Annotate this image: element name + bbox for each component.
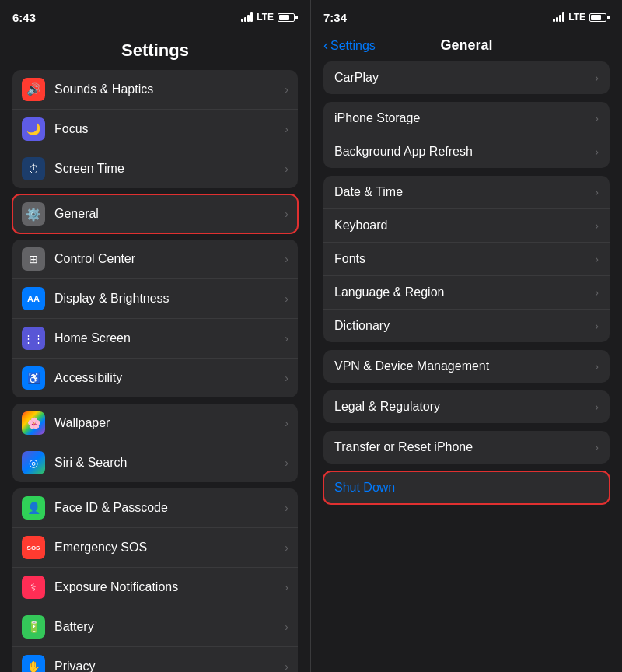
right-item-carplay[interactable]: CarPlay › <box>323 61 610 94</box>
right-item-background-refresh[interactable]: Background App Refresh › <box>323 135 610 168</box>
right-status-bar: 7:34 LTE <box>311 0 622 34</box>
exposure-icon: ⚕ <box>22 576 45 599</box>
siri-label: Siri & Search <box>54 456 285 470</box>
right-item-language-region[interactable]: Language & Region › <box>323 276 610 310</box>
left-status-icons: LTE <box>241 12 298 23</box>
settings-item-privacy[interactable]: ✋ Privacy › <box>12 647 298 672</box>
chevron-icon: › <box>595 320 599 332</box>
chevron-icon: › <box>285 292 288 305</box>
general-label: General <box>54 207 285 221</box>
right-group-transfer: Transfer or Reset iPhone › <box>323 431 610 464</box>
chevron-icon: › <box>285 163 288 175</box>
chevron-icon: › <box>285 660 288 672</box>
chevron-icon: › <box>595 219 599 232</box>
right-item-fonts[interactable]: Fonts › <box>323 243 610 276</box>
exposure-label: Exposure Notifications <box>54 580 285 594</box>
chevron-icon: › <box>285 208 288 220</box>
settings-item-display[interactable]: AA Display & Brightness › <box>12 279 298 319</box>
right-item-date-time[interactable]: Date & Time › <box>323 176 610 209</box>
iphone-storage-label: iPhone Storage <box>334 111 595 125</box>
siri-icon: ◎ <box>22 451 45 474</box>
screentime-label: Screen Time <box>54 162 285 176</box>
signal-icon <box>241 12 253 22</box>
display-icon: AA <box>22 287 45 310</box>
wallpaper-label: Wallpaper <box>54 416 285 430</box>
background-refresh-label: Background App Refresh <box>334 145 595 159</box>
chevron-icon: › <box>595 112 599 124</box>
settings-item-focus[interactable]: 🌙 Focus › <box>12 110 298 149</box>
accessibility-icon: ♿ <box>22 366 45 390</box>
chevron-icon: › <box>285 502 288 514</box>
right-item-vpn[interactable]: VPN & Device Management › <box>323 350 610 383</box>
settings-item-homescreen[interactable]: ⋮⋮ Home Screen › <box>12 319 298 359</box>
keyboard-label: Keyboard <box>334 219 595 233</box>
focus-icon: 🌙 <box>22 117 45 141</box>
battery-label: Battery <box>54 620 285 634</box>
chevron-icon: › <box>595 253 599 265</box>
chevron-icon: › <box>285 457 288 469</box>
faceid-label: Face ID & Passcode <box>54 501 285 515</box>
right-group-vpn: VPN & Device Management › <box>323 350 610 383</box>
settings-item-controlcenter[interactable]: ⊞ Control Center › <box>12 240 298 279</box>
homescreen-label: Home Screen <box>54 331 285 345</box>
settings-group-general: ⚙️ General › <box>12 194 298 233</box>
settings-item-sos[interactable]: SOS Emergency SOS › <box>12 528 298 568</box>
chevron-icon: › <box>285 83 288 96</box>
right-item-legal[interactable]: Legal & Regulatory › <box>323 390 610 423</box>
homescreen-icon: ⋮⋮ <box>22 327 45 350</box>
controlcenter-label: Control Center <box>54 252 285 266</box>
back-button[interactable]: ‹ Settings <box>323 37 376 54</box>
settings-item-battery[interactable]: 🔋 Battery › <box>12 607 298 647</box>
right-item-keyboard[interactable]: Keyboard › <box>323 209 610 243</box>
right-item-shutdown[interactable]: Shut Down <box>323 471 610 504</box>
settings-group-3: 🌸 Wallpaper › ◎ Siri & Search › <box>12 404 298 482</box>
chevron-icon: › <box>595 360 599 373</box>
settings-item-accessibility[interactable]: ♿ Accessibility › <box>12 359 298 397</box>
screentime-icon: ⏱ <box>22 157 45 180</box>
wallpaper-icon: 🌸 <box>22 411 45 435</box>
left-panel: 6:43 LTE Settings 🔊 Sounds & Haptics <box>0 0 311 672</box>
chevron-icon: › <box>285 332 288 345</box>
settings-list: 🔊 Sounds & Haptics › 🌙 Focus › ⏱ Screen … <box>0 70 310 672</box>
right-time: 7:34 <box>323 11 347 24</box>
left-status-bar: 6:43 LTE <box>0 0 310 34</box>
accessibility-label: Accessibility <box>54 371 285 385</box>
chevron-icon: › <box>285 621 288 633</box>
faceid-icon: 👤 <box>22 496 45 520</box>
settings-item-general[interactable]: ⚙️ General › <box>12 194 298 233</box>
right-item-iphone-storage[interactable]: iPhone Storage › <box>323 102 610 135</box>
settings-item-siri[interactable]: ◎ Siri & Search › <box>12 443 298 482</box>
chevron-icon: › <box>285 372 288 384</box>
battery-icon <box>589 13 610 22</box>
sos-icon: SOS <box>22 536 45 559</box>
settings-item-exposure[interactable]: ⚕ Exposure Notifications › <box>12 568 298 607</box>
sos-label: Emergency SOS <box>54 541 285 555</box>
right-panel-title: General <box>440 37 492 54</box>
privacy-icon: ✋ <box>22 655 45 672</box>
right-item-dictionary[interactable]: Dictionary › <box>323 310 610 342</box>
settings-item-screentime[interactable]: ⏱ Screen Time › <box>12 149 298 188</box>
shutdown-label: Shut Down <box>334 481 599 495</box>
chevron-icon: › <box>595 441 599 453</box>
right-header: ‹ Settings General <box>311 34 622 61</box>
chevron-icon: › <box>595 186 599 198</box>
settings-item-sounds[interactable]: 🔊 Sounds & Haptics › <box>12 70 298 110</box>
display-label: Display & Brightness <box>54 292 285 306</box>
chevron-icon: › <box>285 123 288 135</box>
settings-item-faceid[interactable]: 👤 Face ID & Passcode › <box>12 488 298 528</box>
settings-item-wallpaper[interactable]: 🌸 Wallpaper › <box>12 404 298 443</box>
settings-group-4: 👤 Face ID & Passcode › SOS Emergency SOS… <box>12 488 298 672</box>
right-group-carplay: CarPlay › <box>323 61 610 94</box>
right-group-shutdown: Shut Down <box>323 471 610 504</box>
date-time-label: Date & Time <box>334 185 595 199</box>
chevron-icon: › <box>595 286 599 299</box>
settings-group-1: 🔊 Sounds & Haptics › 🌙 Focus › ⏱ Screen … <box>12 70 298 188</box>
legal-label: Legal & Regulatory <box>334 400 595 414</box>
right-item-transfer-reset[interactable]: Transfer or Reset iPhone › <box>323 431 610 464</box>
left-panel-title: Settings <box>0 34 310 70</box>
chevron-icon: › <box>595 72 599 84</box>
battery-icon <box>278 13 298 22</box>
lte-label: LTE <box>257 12 274 23</box>
chevron-icon: › <box>595 145 599 158</box>
sounds-icon: 🔊 <box>22 78 45 101</box>
